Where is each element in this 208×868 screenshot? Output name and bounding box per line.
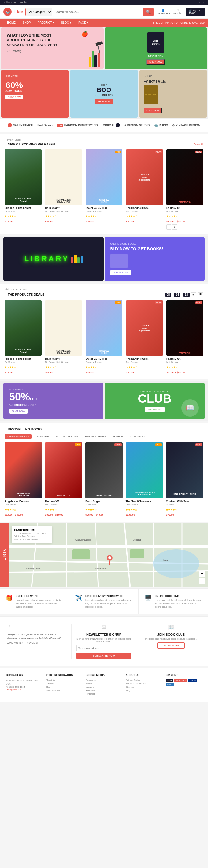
delivery-icon: ✈️ (75, 594, 82, 601)
nav-page[interactable]: PAGE ▾ (75, 19, 92, 27)
footer-print-link-1[interactable]: About Us (46, 679, 82, 681)
book-card-4[interactable]: NEW L'Amoursousalgorithme The Da Vinci C… (126, 149, 163, 229)
bookclub-learn-btn[interactable]: LEARN MORE (157, 643, 185, 649)
promo-get-up: GET UP TO (5, 75, 18, 77)
cat-tab-horror[interactable]: HORROR (111, 434, 126, 439)
best-card-2[interactable]: HOT FANTASY XX Fantasy XX Neil Gaiman ★★… (45, 442, 83, 517)
account-action[interactable]: 👤 My Account (156, 9, 170, 15)
nav-shop[interactable]: SHOP (19, 19, 34, 27)
wishlist-label: Wishlist (173, 12, 182, 15)
quote-text: “The person, be it gentleman or lady, wh… (7, 633, 67, 640)
close-btn[interactable]: ✕ (203, 1, 205, 4)
footer-print-link-4[interactable]: News & Press (46, 689, 82, 692)
best-stars-3: ★★★★☆ (85, 508, 97, 511)
wishlist-action[interactable]: ♡ Wishlist (173, 9, 182, 15)
art-shop-btn[interactable]: SHOP NOW (147, 59, 165, 65)
footer-contact-address: 43 Alexander St, California, 90011, USA (6, 679, 42, 686)
svg-text:Subang: Subang (133, 538, 141, 541)
cart-button[interactable]: 🛒 My Cart $0.00 (186, 7, 205, 16)
cat-tab-love[interactable]: LOVE STORY (128, 434, 147, 439)
footer-about-link-2[interactable]: Terms & Conditions (126, 682, 162, 685)
zoom-in-btn[interactable]: + (199, 570, 205, 577)
svg-text:Shah Alam: Shah Alam (95, 567, 107, 570)
deal-stars-3: ★★★★★ (85, 366, 97, 369)
best-title-5: Cooking With Salad (166, 500, 203, 503)
heart-icon: ♡ (177, 9, 179, 12)
promo-50-btn[interactable]: SHOP NOW (9, 409, 28, 414)
svg-text:Petaling Jaya: Petaling Jaya (26, 567, 40, 570)
footer-social-yt[interactable]: YouTube (86, 689, 122, 692)
cat-tab-children[interactable]: CHILDREN'S BOOKS (5, 434, 32, 439)
footer-social-tw[interactable]: Twitter (86, 682, 122, 685)
deal-card-1[interactable]: Friends In TheForest Friends In The Fore… (5, 300, 42, 374)
children-shop-btn[interactable]: SHOP NOW (95, 99, 113, 104)
club-shop-btn[interactable]: SHOP NOW (145, 407, 164, 412)
library-shop-btn[interactable]: SHOP NOW (110, 270, 132, 275)
book-title-3: Sweet Valley High (85, 207, 123, 210)
deals-seconds: 13 (183, 292, 189, 297)
book-cover-title-5: FANTASY XX (179, 201, 191, 203)
footer-print-link-2[interactable]: Careers (46, 682, 82, 685)
footer-cta: " “The person, be it gentleman or lady, … (0, 616, 208, 666)
promo-50-off: OFF (30, 397, 38, 401)
deal-card-4[interactable]: NEW L'Amoursousalgorithme The Da Vinci C… (126, 300, 163, 374)
deal-card-5[interactable]: NEW FANTASY XX Fantasy XX Neil Gaiman ★★… (166, 300, 203, 374)
footer-social-ig[interactable]: Instagram (86, 686, 122, 688)
promo-50-banner: BUY 2 GET 1 50% OFF Collection Author SH… (3, 382, 103, 420)
nav-blog[interactable]: BLOG ▾ (57, 19, 75, 27)
next-btn-5[interactable]: › (172, 224, 177, 229)
best-cover-3: NEW BURNT SUGAR (85, 442, 123, 498)
newsletter-subscribe-btn[interactable]: SUBSCRIBE NOW (76, 652, 131, 659)
best-cover-title-1: SPIDER-MANLIFE STORY (17, 492, 30, 496)
cat-tab-fairytale[interactable]: FAIRYTALE (34, 434, 51, 439)
footer-print-link-3[interactable]: Blog (46, 686, 82, 688)
deal-badge-3: HOT (115, 302, 121, 304)
hero-bottom-row: GET UP TO 60% AUMTHORS SHOP NOW SHOP BOO… (1, 70, 207, 118)
minimize-btn[interactable]: ─ (196, 1, 198, 4)
nav-product[interactable]: PRODUCT ▾ (34, 19, 57, 27)
best-card-5[interactable]: NEW ONE DARK THRONE Cooking With Salad V… (166, 442, 203, 517)
site-logo[interactable]: 📚 Tikie (3, 8, 23, 16)
promo-shop-btn[interactable]: SHOP NOW (5, 95, 23, 99)
fairytale-shop-btn[interactable]: SHOP NOW (144, 107, 162, 113)
deal-card-2[interactable]: SUSTAINABLEMINIMALISM Dark knight Dr. Se… (45, 300, 82, 374)
book-stars-5: ★★★★☆ (166, 215, 178, 218)
cat-tab-fiction[interactable]: FICTION & FANTASY (53, 434, 81, 439)
deals-grid-btn[interactable]: ⊞ (191, 292, 197, 297)
newsletter-email-input[interactable] (76, 645, 131, 651)
cat-tab-health[interactable]: HEALTH & DIETING (83, 434, 108, 439)
search-category-select[interactable]: All Category (26, 8, 52, 16)
book-card-3[interactable]: HOT RAINBOWHIGH Sweet Valley High Franci… (85, 149, 123, 229)
new-releases-view-all[interactable]: View All (194, 143, 203, 146)
deal-title-4: The Da Vinci Code (126, 358, 163, 360)
search-button[interactable]: 🔍 (143, 8, 154, 16)
best-card-1[interactable]: SPIDER-MANLIFE STORY Angels and Demons D… (5, 442, 42, 517)
footer-social-fb[interactable]: Facebook (86, 679, 122, 681)
footer-about-link-1[interactable]: Privacy Policy (126, 679, 162, 681)
library-left: LIBRARY (3, 237, 104, 281)
nav-home[interactable]: HOME (3, 19, 19, 27)
children-shop-label: SHOP (101, 84, 107, 86)
deal-cover-4: NEW L'Amoursousalgorithme (126, 300, 163, 356)
deals-list-btn[interactable]: ☰ (198, 292, 203, 297)
footer-newsletter-col: ✉ NEWSLETTER SIGNUP Sign up for our News… (72, 624, 136, 659)
footer-social-pin[interactable]: Pinterest (86, 692, 122, 695)
footer-bookclub-col: 📖 JOIN BOOK CLUB The book club has never… (136, 624, 201, 659)
book-card-2[interactable]: SUSTAINABLEMINIMALISM Dark knight Dr. Se… (45, 149, 82, 229)
search-input[interactable] (52, 8, 143, 16)
best-price-4: $190.00 (126, 514, 135, 516)
header-actions: 👤 My Account ♡ Wishlist 🛒 My Cart $0.00 (156, 7, 205, 16)
prev-btn-5[interactable]: ‹ (166, 224, 171, 229)
best-badge-5: NEW (195, 443, 202, 446)
deal-card-3[interactable]: HOT RAINBOWHIGH Sweet Valley High Franci… (85, 300, 123, 374)
footer-about-link-3[interactable]: Sitemap (126, 686, 162, 688)
maximize-btn[interactable]: □ (200, 1, 201, 4)
cart-label: My Cart (193, 9, 202, 12)
book-card-5[interactable]: NEW FANTASY XX Fantasy XX Neil Gaiman ★★… (166, 149, 203, 229)
best-card-4[interactable]: HOT Sell books with better Presentation … (126, 442, 163, 517)
feature-delivery-content: FREE DELIVERY WORLDWIDE Lorem ipsum dolo… (85, 594, 133, 609)
book-card-1[interactable]: Friends In TheForest Friends In The Fore… (5, 149, 42, 229)
footer-about-link-4[interactable]: FAQ (126, 689, 162, 692)
zoom-out-btn[interactable]: - (199, 578, 205, 584)
best-card-3[interactable]: NEW BURNT SUGAR Burnt Sugar Avni Doshi ★… (85, 442, 123, 517)
